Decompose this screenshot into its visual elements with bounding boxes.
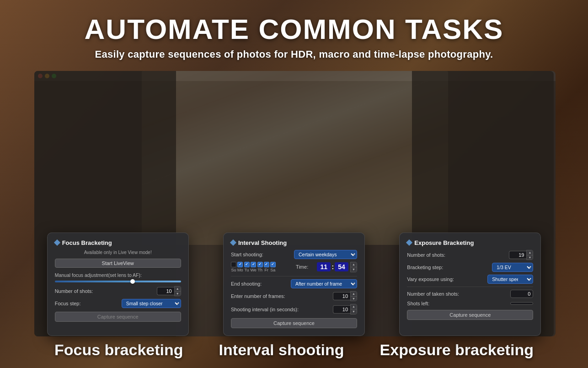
vary-exposure-select[interactable]: Shutter speed [487, 275, 533, 284]
taken-shots-value: 0 [510, 290, 533, 298]
exp-shots-label: Number of shots: [407, 252, 506, 258]
weekday-su[interactable]: Su [231, 262, 236, 272]
shots-label: Number of shots: [55, 288, 154, 294]
exp-shots-stepper[interactable]: ▲ ▼ [509, 250, 533, 260]
interval-decrement[interactable]: ▼ [351, 309, 357, 314]
shots-stepper[interactable]: ▲ ▼ [157, 286, 181, 297]
weekday-sa[interactable]: ✓ Sa [270, 262, 276, 272]
shots-stepper-buttons: ▲ ▼ [174, 286, 181, 297]
end-shooting-row: End shooting: After number of frames [231, 279, 357, 288]
interval-bottom-label: Interval shooting [219, 341, 344, 359]
mo-checkbox[interactable]: ✓ [237, 262, 243, 267]
fr-label: Fr [265, 268, 269, 272]
time-display: 11 : 54 ▲ ▼ [317, 262, 357, 272]
bracketing-step-row: Bracketing step: 1/3 EV [407, 263, 533, 272]
frames-increment[interactable]: ▲ [351, 292, 357, 297]
interval-stepper-buttons: ▲ ▼ [350, 304, 357, 314]
we-label: We [251, 268, 257, 272]
shots-left-label: Shots left: [407, 301, 508, 306]
th-label: Th [258, 268, 263, 272]
time-minutes[interactable]: 54 [335, 262, 348, 271]
interval-row: Shooting interval (in seconds): ▲ ▼ [231, 304, 357, 314]
sa-label: Sa [270, 268, 275, 272]
shots-input[interactable] [157, 287, 174, 295]
frames-row: Enter number of frames: ▲ ▼ [231, 291, 357, 302]
frames-input[interactable] [333, 292, 350, 300]
time-increment[interactable]: ▲ [351, 262, 357, 267]
taken-shots-label: Number of taken shots: [407, 291, 508, 297]
bracketing-step-label: Bracketing step: [407, 265, 489, 270]
exp-shots-increment[interactable]: ▲ [527, 250, 533, 255]
start-shooting-row: Start shooting: Certain weekdays [231, 250, 357, 259]
su-label: Su [231, 268, 236, 272]
focus-slider-thumb[interactable] [130, 279, 135, 284]
focus-bracketing-panel: Focus Bracketing Available only in Live … [47, 233, 189, 336]
start-shooting-select[interactable]: Certain weekdays [294, 250, 357, 259]
vary-exposure-row: Vary exposure using: Shutter speed [407, 275, 533, 284]
weekday-mo[interactable]: ✓ Mo [237, 262, 243, 272]
frames-stepper-buttons: ▲ ▼ [350, 291, 357, 302]
end-shooting-select[interactable]: After number of frames [291, 279, 357, 288]
start-shooting-select-wrapper: Certain weekdays [294, 250, 357, 259]
su-checkbox[interactable] [231, 262, 236, 267]
exposure-panel-icon [406, 239, 412, 246]
exposure-panel-title: Exposure Bracketing [414, 239, 474, 246]
exposure-capture-button[interactable]: Capture sequence [407, 310, 533, 320]
weekday-th[interactable]: ✓ Th [257, 262, 263, 272]
th-checkbox[interactable]: ✓ [257, 262, 263, 267]
interval-panel-title: Interval Shooting [238, 239, 287, 246]
focus-bottom-label: Focus bracketing [54, 341, 183, 359]
we-checkbox[interactable]: ✓ [251, 262, 256, 267]
manual-focus-label: Manual focus adjustment(set lens to AF): [55, 272, 181, 278]
bracketing-step-select-wrapper: 1/3 EV [492, 263, 533, 272]
step-label: Focus step: [55, 301, 119, 306]
exp-shots-input[interactable] [509, 251, 526, 259]
focus-panel-header: Focus Bracketing [55, 239, 181, 246]
interval-label: Shooting interval (in seconds): [231, 307, 330, 312]
fr-checkbox[interactable]: ✓ [264, 262, 269, 267]
step-row: Focus step: Small step closer [55, 299, 181, 308]
interval-capture-button[interactable]: Capture sequence [231, 318, 357, 328]
separator-2 [407, 287, 533, 287]
focus-capture-button[interactable]: Capture sequence [55, 312, 181, 322]
start-shooting-label: Start shooting: [231, 252, 291, 257]
time-hours[interactable]: 11 [317, 262, 331, 271]
panel-cards-container: Focus Bracketing Available only in Live … [0, 233, 588, 336]
end-shooting-label: End shooting: [231, 281, 288, 287]
weekday-row: Su ✓ Mo ✓ Tu ✓ We ✓ Th ✓ Fr [231, 262, 357, 272]
time-colon: : [331, 263, 334, 271]
main-title: AUTOMATE COMMON TASKS [0, 14, 588, 45]
exp-shots-decrement[interactable]: ▼ [527, 255, 533, 260]
exposure-panel-header: Exposure Bracketing [407, 239, 533, 246]
interval-panel-icon [230, 239, 236, 246]
time-decrement[interactable]: ▼ [351, 267, 357, 272]
shots-left-value [510, 302, 533, 305]
interval-stepper[interactable]: ▲ ▼ [333, 304, 357, 314]
shots-decrement[interactable]: ▼ [175, 292, 181, 296]
interval-shooting-panel: Interval Shooting Start shooting: Certai… [223, 233, 365, 336]
weekday-we[interactable]: ✓ We [251, 262, 257, 272]
focus-panel-title: Focus Bracketing [62, 239, 112, 246]
tu-label: Tu [244, 268, 249, 272]
frames-decrement[interactable]: ▼ [351, 297, 357, 301]
weekday-fr[interactable]: ✓ Fr [264, 262, 269, 272]
frames-stepper[interactable]: ▲ ▼ [333, 291, 357, 302]
focus-panel-subtitle: Available only in Live View mode! [55, 250, 181, 255]
vary-exposure-select-wrapper: Shutter speed [487, 275, 533, 284]
sa-checkbox[interactable]: ✓ [270, 262, 276, 267]
interval-increment[interactable]: ▲ [351, 304, 357, 309]
interval-input[interactable] [333, 305, 350, 314]
time-label: Time: [296, 264, 314, 270]
weekday-tu[interactable]: ✓ Tu [244, 262, 250, 272]
shots-left-row: Shots left: [407, 301, 533, 306]
start-liveview-button[interactable]: Start LiveView [55, 259, 181, 268]
bracketing-step-select[interactable]: 1/3 EV [492, 263, 533, 272]
subtitle: Easily capture sequences of photos for H… [0, 49, 588, 60]
focus-step-select[interactable]: Small step closer [122, 299, 181, 308]
shots-increment[interactable]: ▲ [175, 287, 181, 292]
focus-panel-icon [54, 239, 60, 246]
focus-slider[interactable] [55, 281, 181, 282]
tu-checkbox[interactable]: ✓ [244, 262, 250, 267]
shots-row: Number of shots: ▲ ▼ [55, 286, 181, 297]
vary-exposure-label: Vary exposure using: [407, 276, 485, 282]
